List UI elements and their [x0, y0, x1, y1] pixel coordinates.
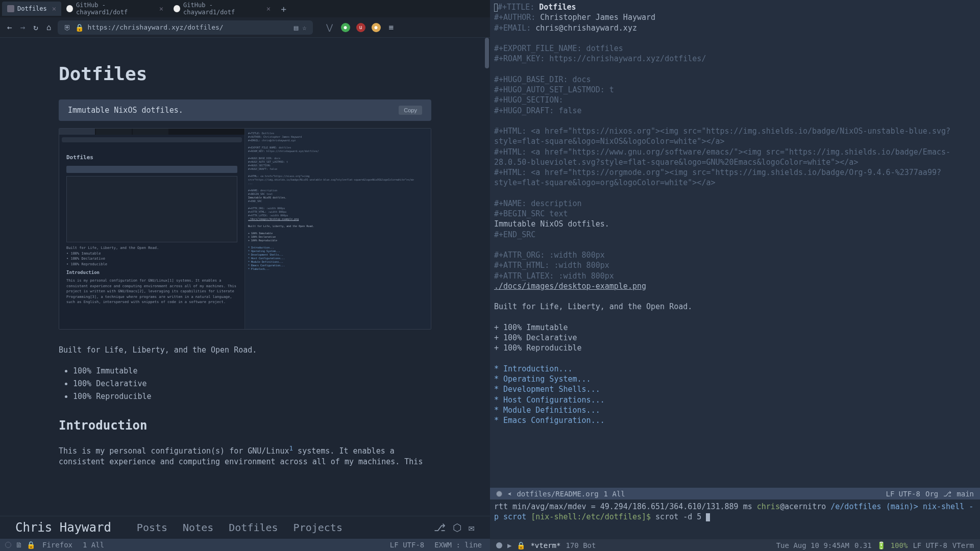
new-tab-button[interactable]: +: [276, 2, 291, 16]
forward-button[interactable]: →: [18, 20, 28, 34]
github-icon[interactable]: ⎇: [434, 521, 446, 534]
encoding: LF UTF-8: [886, 490, 920, 498]
close-icon[interactable]: ×: [52, 5, 56, 13]
datetime: Tue Aug 10 9:45AM: [776, 541, 849, 549]
nav-projects[interactable]: Projects: [293, 521, 342, 534]
battery-pct: 100%: [891, 541, 908, 549]
code-text: Immutable NixOS dotfiles.: [68, 106, 183, 115]
extension-icon[interactable]: ●: [341, 23, 350, 32]
org-modeline: ➤ dotfiles/README.org 1 All LF UTF-8 Org…: [490, 488, 980, 499]
favicon-icon: [66, 5, 73, 12]
features-list: 100% Immutable 100% Declarative 100% Rep…: [73, 366, 431, 402]
git-branch: main: [957, 490, 974, 498]
browser-tab-strip: Dotfiles × GitHub - chayward1/dotf × Git…: [0, 0, 490, 17]
buffer-name: Firefox: [42, 541, 72, 549]
browser-toolbar: ← → ↻ ⌂ ⛨ 🔒 https://chrishayward.xyz/dot…: [0, 17, 490, 38]
tab-github-1[interactable]: GitHub - chayward1/dotf ×: [61, 0, 168, 19]
position: 170 Bot: [566, 541, 596, 549]
pocket-icon[interactable]: ⋁: [324, 20, 335, 34]
status-indicator-icon: [496, 542, 502, 548]
vterm-modeline: ▶ 🔒 *vterm* 170 Bot Tue Aug 10 9:45AM 0.…: [490, 539, 980, 551]
scrollbar[interactable]: [485, 38, 489, 68]
list-item: 100% Declarative: [73, 379, 431, 389]
site-nav: Chris Hayward Posts Notes Dotfiles Proje…: [0, 516, 490, 539]
extension-icon[interactable]: ●: [372, 23, 381, 32]
buffer-name: *vterm*: [530, 541, 560, 549]
favicon-icon: [7, 5, 14, 12]
status-indicator-icon: [496, 491, 502, 497]
encoding: LF UTF-8: [913, 541, 947, 549]
url-text: https://chrishayward.xyz/dotfiles/: [88, 23, 224, 31]
buffer-path: dotfiles/README.org: [517, 490, 598, 498]
list-item: 100% Reproducible: [73, 391, 431, 402]
built-for-text: Built for Life, Liberty, and the Open Ro…: [59, 345, 431, 356]
branch-icon: ⎇: [943, 490, 951, 498]
tab-label: GitHub - chayward1/dotf: [76, 2, 154, 16]
position: 1 All: [604, 490, 625, 498]
major-mode: EXWM : line: [434, 541, 482, 549]
site-brand[interactable]: Chris Hayward: [15, 520, 111, 535]
major-mode: VTerm: [952, 541, 974, 549]
tab-label: Dotfiles: [17, 5, 47, 12]
lock-icon: 🔒: [27, 541, 35, 549]
lock-icon: 🔒: [517, 541, 525, 549]
close-icon[interactable]: ×: [159, 5, 163, 13]
favicon-icon: [174, 5, 180, 12]
major-mode: Org: [925, 490, 938, 498]
status-indicator-icon: [5, 542, 11, 548]
url-bar[interactable]: ⛨ 🔒 https://chrishayward.xyz/dotfiles/ ▤…: [58, 20, 313, 35]
reload-button[interactable]: ↻: [31, 20, 40, 34]
lock-icon: 🔒: [75, 23, 84, 32]
vterm[interactable]: rtt min/avg/max/mdev = 49.294/186.651/36…: [490, 499, 980, 539]
cursor: [706, 513, 710, 521]
load-avg: 0.31: [854, 541, 872, 549]
bookmark-icon[interactable]: ☆: [302, 23, 306, 32]
nav-posts[interactable]: Posts: [137, 521, 167, 534]
screenshot-image: Dotfiles Built for Life, Liberty, and th…: [59, 128, 431, 330]
file-icon: 🗎: [15, 541, 22, 549]
intro-paragraph: This is my personal configuration(s) for…: [59, 444, 431, 467]
tab-dotfiles[interactable]: Dotfiles ×: [2, 2, 61, 16]
menu-button[interactable]: ≡: [387, 20, 396, 34]
org-editor[interactable]: #+TITLE: Dotfiles #+AUTHOR: Christopher …: [490, 0, 980, 488]
tab-label: GitHub - chayward1/dotf: [183, 2, 261, 16]
copy-button[interactable]: Copy: [399, 106, 422, 115]
back-button[interactable]: ←: [5, 20, 14, 34]
nav-dotfiles[interactable]: Dotfiles: [229, 521, 278, 534]
mail-icon[interactable]: ✉: [469, 521, 475, 534]
battery-icon: 🔋: [877, 541, 886, 549]
left-modeline: 🗎 🔒 Firefox 1 All LF UTF-8 EXWM : line: [0, 539, 490, 551]
reader-icon[interactable]: ▤: [294, 23, 298, 32]
code-block: Immutable NixOS dotfiles. Copy: [59, 99, 431, 121]
home-button[interactable]: ⌂: [44, 20, 54, 34]
shield-icon: ⛨: [64, 23, 71, 32]
list-item: 100% Immutable: [73, 366, 431, 377]
gitlab-icon[interactable]: ⬡: [453, 521, 461, 534]
arrow-icon: ➤: [507, 490, 511, 498]
ublock-icon[interactable]: u: [356, 23, 365, 32]
close-icon[interactable]: ×: [266, 5, 271, 13]
page-title: Dotfiles: [59, 63, 431, 84]
position: 1 All: [83, 541, 104, 549]
intro-heading: Introduction: [59, 417, 431, 435]
arrow-icon: ▶: [507, 541, 511, 549]
nav-notes[interactable]: Notes: [183, 521, 213, 534]
encoding: LF UTF-8: [390, 541, 424, 549]
tab-github-2[interactable]: GitHub - chayward1/dotf ×: [168, 0, 276, 19]
page-content[interactable]: Dotfiles Immutable NixOS dotfiles. Copy …: [0, 38, 490, 516]
